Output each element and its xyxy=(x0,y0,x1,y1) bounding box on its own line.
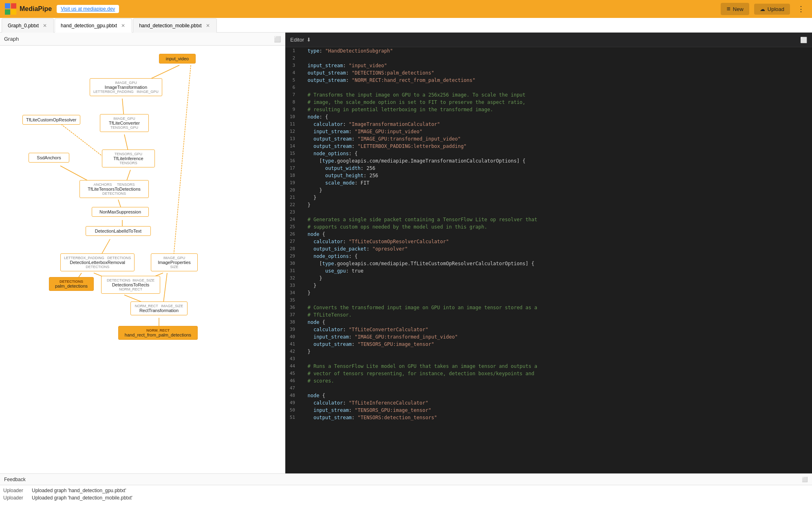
line-content: node_options: { xyxy=(302,253,809,260)
node-rect-transformation[interactable]: NORM_RECT IMAGE_SIZE RectTransformation xyxy=(130,301,188,315)
line-content: input_stream: "IMAGE_GPU:input_video" xyxy=(302,128,809,135)
tab-hand-gpu-close[interactable]: ✕ xyxy=(120,23,126,29)
line-number: 31 xyxy=(289,267,302,275)
tab-hand-gpu[interactable]: hand_detection_gpu.pbtxt ✕ xyxy=(55,18,132,33)
node-tflite-tensors-to-detections[interactable]: ANCHORS TENSORS TfLiteTensorsToDetection… xyxy=(79,180,149,198)
line-content xyxy=(302,84,809,91)
tab-hand-mobile[interactable]: hand_detection_mobile.pbtxt ✕ xyxy=(133,18,216,33)
line-number: 8 xyxy=(289,99,302,106)
editor-expand-button[interactable]: ⬜ xyxy=(800,37,807,43)
node-ssd-anchors[interactable]: SsdAnchors xyxy=(29,153,69,163)
line-number: 33 xyxy=(289,282,302,289)
line-content xyxy=(302,55,809,62)
line-number: 11 xyxy=(289,121,302,128)
line-number: 39 xyxy=(289,326,302,333)
line-content: output_stream: "NORM_RECT:hand_rect_from… xyxy=(302,77,809,84)
line-number: 15 xyxy=(289,150,302,157)
graph-svg xyxy=(0,46,285,473)
editor-panel: Editor ⬇ ⬜ 1 type: "HandDetectionSubgrap… xyxy=(285,33,812,473)
code-line: 4 output_stream: "DETECTIONS:palm_detect… xyxy=(285,69,812,77)
line-number: 34 xyxy=(289,289,302,297)
feedback-message: Uploaded graph 'hand_detection_gpu.pbtxt… xyxy=(32,488,126,493)
node-non-max-suppression[interactable]: NonMaxSuppression xyxy=(92,207,149,217)
line-number: 7 xyxy=(289,91,302,99)
line-content: # resulting in potential letterboxing in… xyxy=(302,106,809,113)
code-line: 42 } xyxy=(285,348,812,355)
line-content: # image, the scale_mode option is set to… xyxy=(302,99,809,106)
node-hand-rect[interactable]: NORM_RECT hand_rect_from_palm_detections xyxy=(118,326,198,340)
line-number: 38 xyxy=(289,319,302,326)
node-tflite-custom-op[interactable]: TfLiteCustomOpResolver xyxy=(22,115,80,125)
line-content: input_stream: "IMAGE_GPU:transformed_inp… xyxy=(302,333,809,341)
svg-line-14 xyxy=(173,65,191,261)
tab-hand-mobile-close[interactable]: ✕ xyxy=(205,23,211,29)
svg-line-16 xyxy=(163,273,167,306)
line-content: calculator: "TfLiteConverterCalculator" xyxy=(302,326,809,333)
node-tflite-converter[interactable]: IMAGE_GPU TfLiteConverter TENSORS_GPU xyxy=(100,114,149,132)
upload-button[interactable]: ☁ Upload xyxy=(754,4,790,15)
code-line: 26 node { xyxy=(285,231,812,238)
code-line: 40 input_stream: "IMAGE_GPU:transformed_… xyxy=(285,333,812,341)
feedback-source: Uploader xyxy=(3,488,28,493)
feedback-row: UploaderUploaded graph 'hand_detection_m… xyxy=(3,494,809,502)
node-detection-label-id-to-text[interactable]: DetectionLabelIdToText xyxy=(86,226,151,236)
line-content: node: { xyxy=(302,113,809,121)
graph-canvas[interactable]: input_video IMAGE_GPU ImageTransformatio… xyxy=(0,46,285,473)
line-number: 9 xyxy=(289,106,302,113)
code-line: 11 calculator: "ImageTransformationCalcu… xyxy=(285,121,812,128)
line-number: 10 xyxy=(289,113,302,121)
line-number: 24 xyxy=(289,216,302,223)
line-number: 32 xyxy=(289,275,302,282)
line-number: 50 xyxy=(289,407,302,414)
upload-icon: ☁ xyxy=(760,6,765,12)
node-detections-to-rects[interactable]: DETECTIONS IMAGE_SIZE DetectionsToRects … xyxy=(101,276,160,294)
node-input-video[interactable]: input_video xyxy=(159,54,196,64)
line-content: scale_mode: FIT xyxy=(302,179,809,187)
line-number: 51 xyxy=(289,414,302,421)
line-content xyxy=(302,355,809,363)
tab-graph0-close[interactable]: ✕ xyxy=(42,23,48,29)
line-number: 26 xyxy=(289,231,302,238)
code-line: 13 output_stream: "IMAGE_GPU:transformed… xyxy=(285,135,812,143)
line-number: 36 xyxy=(289,304,302,311)
feedback-row: UploaderUploaded graph 'hand_detection_g… xyxy=(3,487,809,494)
line-content: calculator: "TfLiteInferenceCalculator" xyxy=(302,399,809,407)
line-number: 30 xyxy=(289,260,302,267)
feedback-title: Feedback xyxy=(4,477,26,482)
code-line: 31 use_gpu: true xyxy=(285,267,812,275)
node-detection-letterbox-removal[interactable]: LETTERBOX_PADDING DETECTIONS DetectionLe… xyxy=(60,253,135,271)
line-number: 40 xyxy=(289,333,302,341)
line-number: 44 xyxy=(289,363,302,370)
code-line: 19 scale_mode: FIT xyxy=(285,179,812,187)
download-icon[interactable]: ⬇ xyxy=(307,37,311,43)
line-content: calculator: "ImageTransformationCalculat… xyxy=(302,121,809,128)
tab-graph0[interactable]: Graph_0.pbtxt ✕ xyxy=(2,18,54,33)
line-content xyxy=(302,209,809,216)
line-number: 21 xyxy=(289,194,302,201)
node-tflite-inference[interactable]: TENSORS_GPU TfLiteInference TENSORS xyxy=(102,150,155,167)
code-line: 1 type: "HandDetectionSubgraph" xyxy=(285,47,812,55)
line-content: output_stream: "TENSORS_GPU:image_tensor… xyxy=(302,341,809,348)
feedback-expand-button[interactable]: ⬜ xyxy=(802,477,808,482)
line-content xyxy=(302,297,809,304)
line-number: 28 xyxy=(289,245,302,253)
node-image-properties[interactable]: IMAGE_GPU ImageProperties SIZE xyxy=(151,253,198,271)
line-content: # Transforms the input image on GPU to a… xyxy=(302,91,809,99)
graph-expand-button[interactable]: ⬜ xyxy=(274,36,281,42)
line-content: } xyxy=(302,289,809,297)
visit-badge[interactable]: Visit us at mediapipe.dev xyxy=(57,5,119,13)
node-palm-detections[interactable]: DETECTIONS palm_detections xyxy=(49,277,94,291)
code-line: 33 } xyxy=(285,282,812,289)
more-menu-button[interactable]: ⋮ xyxy=(795,3,807,15)
code-area[interactable]: 1 type: "HandDetectionSubgraph"23 input_… xyxy=(285,47,812,473)
line-content: } xyxy=(302,187,809,194)
line-number: 46 xyxy=(289,377,302,385)
line-number: 19 xyxy=(289,179,302,187)
code-line: 16 [type.googleapis.com/mediapipe.ImageT… xyxy=(285,157,812,165)
node-image-transformation[interactable]: IMAGE_GPU ImageTransformation LETTERBOX_… xyxy=(90,78,162,96)
new-button[interactable]: ≡ New xyxy=(721,3,749,15)
code-line: 14 output_stream: "LETTERBOX_PADDING:let… xyxy=(285,143,812,150)
graph-panel: Graph ⬜ xyxy=(0,33,285,473)
code-line: 34 } xyxy=(285,289,812,297)
line-content: calculator: "TfLiteCustomOpResolverCalcu… xyxy=(302,238,809,245)
